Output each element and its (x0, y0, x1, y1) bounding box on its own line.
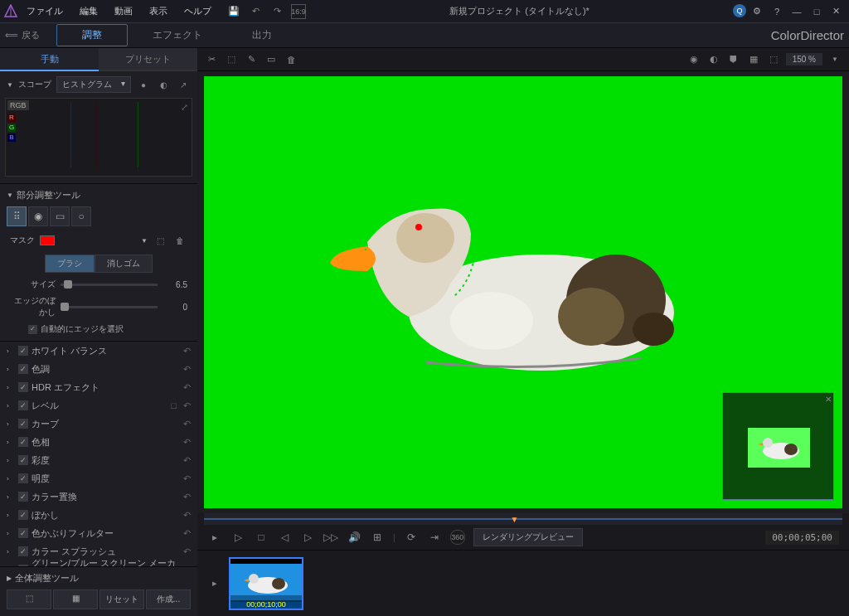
adjust-lightness[interactable]: ›✓明度↶ (0, 469, 197, 487)
undo-icon[interactable]: ↶ (248, 4, 263, 19)
preview-canvas[interactable]: ✕ (197, 71, 849, 513)
adjust-greenscreen-header[interactable]: ⌄✓グリーン/ブルー スクリーン メーカー↶ (0, 560, 197, 566)
adjust-curves[interactable]: ›✓カーブ↶ (0, 415, 197, 433)
chevron-down-icon[interactable]: ▼ (7, 81, 13, 89)
picture-in-picture[interactable]: ✕ (722, 392, 834, 500)
shield-icon[interactable]: ⛊ (726, 52, 741, 67)
help-icon[interactable]: ? (768, 4, 786, 19)
minimize-button[interactable]: — (788, 4, 806, 19)
play-icon[interactable]: ▷ (230, 530, 245, 545)
scope-expand-icon[interactable]: ↗ (176, 77, 191, 92)
adjust-saturation[interactable]: ›✓彩度↶ (0, 451, 197, 469)
render-preview-button[interactable]: レンダリングプレビュー (473, 528, 583, 546)
tab-effect[interactable]: エフェクト (128, 25, 227, 46)
scope-toggle-icon[interactable]: ◐ (156, 77, 171, 92)
reset-button[interactable]: リセット (99, 589, 144, 609)
texture-icon[interactable]: ⬚ (224, 52, 239, 67)
back-label[interactable]: 戻る (22, 29, 40, 41)
adjust-white-balance[interactable]: ›✓ホワイト バランス↶ (0, 342, 197, 360)
feather-slider[interactable] (61, 306, 158, 308)
close-button[interactable]: ✕ (827, 4, 846, 19)
redo-icon[interactable]: ↷ (269, 4, 284, 19)
chevron-down-icon[interactable]: ▼ (141, 237, 148, 245)
tab-output[interactable]: 出力 (227, 25, 297, 46)
maximize-button[interactable]: □ (808, 4, 826, 19)
mask-select-icon[interactable]: ⬚ (153, 233, 167, 248)
dot2-icon[interactable]: ◐ (706, 52, 721, 67)
feedback-icon[interactable]: Q (733, 4, 746, 17)
adjust-colorcast[interactable]: ›✓色かぶりフィルター↶ (0, 524, 197, 542)
mask-tool-brush[interactable]: ⠿ (7, 206, 27, 226)
checkbox-icon[interactable]: ✓ (28, 325, 37, 334)
tab-adjust[interactable]: 調整 (56, 24, 128, 46)
svg-point-12 (763, 438, 773, 448)
project-title: 新規プロジェクト (タイトルなし)* (449, 5, 589, 17)
mask-tool-gradient[interactable]: ▭ (50, 206, 70, 226)
subtab-manual[interactable]: 手動 (0, 48, 99, 71)
menu-edit[interactable]: 編集 (71, 2, 106, 21)
menu-help[interactable]: ヘルプ (176, 2, 220, 21)
grid-icon[interactable]: ⊞ (370, 530, 385, 545)
brush-mode[interactable]: ブラシ (45, 255, 95, 273)
chevron-down-icon[interactable]: ▼ (7, 192, 13, 199)
adjust-hdr[interactable]: ›✓HDR エフェクト↶ (0, 378, 197, 396)
grid-icon[interactable]: ▦ (746, 52, 761, 67)
frame-icon[interactable]: ▸ (207, 530, 222, 545)
range-icon[interactable]: ⇥ (427, 530, 442, 545)
close-icon[interactable]: ✕ (825, 395, 832, 404)
svg-point-11 (784, 444, 798, 455)
back-icon[interactable]: ⟸ (5, 30, 18, 41)
mask-label: マスク (10, 235, 35, 246)
adjust-color-replace[interactable]: ›✓カラー置換↶ (0, 487, 197, 506)
save-icon[interactable]: 💾 (226, 4, 241, 19)
create-button[interactable]: 作成... (146, 589, 191, 609)
topbar: ⟸ 戻る 調整 エフェクト 出力 ColorDirector (0, 23, 849, 48)
chevron-down-icon[interactable]: ▼ (827, 52, 842, 67)
menu-video[interactable]: 動画 (106, 2, 141, 21)
mask-color-swatch[interactable] (40, 235, 55, 245)
menu-view[interactable]: 表示 (141, 2, 176, 21)
prev-icon[interactable]: ◁ (277, 530, 292, 545)
timecode-display: 00;00;05;00 (765, 531, 839, 545)
adjust-levels[interactable]: ›✓レベル□↶ (0, 396, 197, 415)
dot1-icon[interactable]: ◉ (686, 52, 701, 67)
loop-icon[interactable]: ⟳ (404, 530, 419, 545)
icon-button-2[interactable]: ▦ (53, 589, 98, 609)
fast-icon[interactable]: ▷▷ (323, 530, 338, 545)
clip-thumbnail[interactable]: 00;00;10;00 (229, 557, 303, 610)
mask-tool-circle[interactable]: ○ (71, 206, 91, 226)
volume-icon[interactable]: 🔊 (347, 530, 361, 545)
scope-type-dropdown[interactable]: ヒストグラム▾ (56, 76, 131, 93)
icon-button-1[interactable]: ⬚ (7, 589, 51, 609)
pen-icon[interactable]: ✎ (244, 52, 259, 67)
cut-icon[interactable]: ✂ (204, 52, 219, 67)
360-icon[interactable]: 360 (450, 530, 465, 545)
mask-tool-radial[interactable]: ◉ (28, 206, 48, 226)
aspect-icon[interactable]: 16:9 (291, 4, 306, 19)
app-logo (3, 4, 18, 19)
zoom-display[interactable]: 150 % (786, 53, 822, 65)
subtab-preset[interactable]: プリセット (99, 48, 197, 71)
playhead[interactable]: ▼ (511, 515, 519, 523)
tray-toggle-icon[interactable]: ▸ (207, 576, 222, 591)
feather-label: エッジのぼかし (10, 295, 56, 318)
trash-icon[interactable]: 🗑 (172, 233, 187, 248)
svg-point-15 (272, 578, 285, 589)
settings-icon[interactable]: ⚙ (748, 4, 766, 19)
scope-color-icon[interactable]: ● (136, 77, 151, 92)
next-icon[interactable]: ▷ (300, 530, 315, 545)
timeline-scrubber[interactable]: ▼ (204, 513, 842, 525)
adjustments-list: ›✓ホワイト バランス↶ ›✓色調↶ ›✓HDR エフェクト↶ ›✓レベル□↶ … (0, 342, 197, 566)
rect-icon[interactable]: ▭ (264, 52, 279, 67)
feather-value: 0 (163, 303, 187, 312)
menu-file[interactable]: ファイル (18, 2, 71, 21)
monitor-icon[interactable]: ⬚ (766, 52, 781, 67)
stop-icon[interactable]: □ (254, 530, 269, 545)
trash-icon[interactable]: 🗑 (284, 52, 298, 67)
adjust-tone[interactable]: ›✓色調↶ (0, 360, 197, 378)
adjust-blur[interactable]: ›✓ぼかし↶ (0, 506, 197, 524)
adjust-hue[interactable]: ›✓色相↶ (0, 433, 197, 451)
eraser-mode[interactable]: 消しゴム (95, 255, 153, 273)
size-slider[interactable] (61, 284, 158, 286)
chevron-right-icon[interactable]: ▶ (7, 575, 12, 582)
